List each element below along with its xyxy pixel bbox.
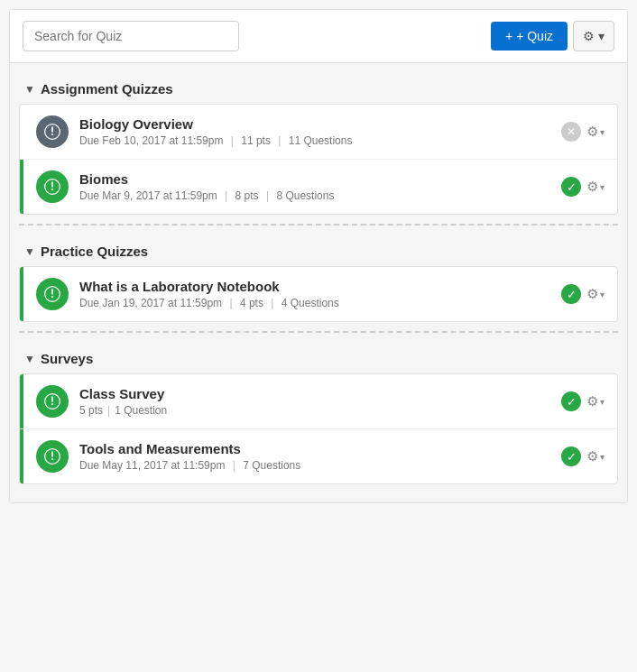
chevron-down-icon: ▾ [600, 397, 605, 407]
quiz-info-lab-notebook: What is a Laboratory NotebookDue Jan 19,… [79, 279, 561, 309]
quiz-list-assignment-quizzes: Biology OverviewDue Feb 10, 2017 at 11:5… [19, 104, 618, 215]
published-icon-tools-measurements[interactable]: ✓ [561, 446, 581, 466]
quiz-due: Due Mar 9, 2017 at 11:59pm [79, 189, 217, 202]
section-header-surveys[interactable]: ▼ Surveys [19, 342, 618, 373]
quiz-info-tools-measurements: Tools and MeasurementsDue May 11, 2017 a… [79, 441, 561, 472]
meta-sep: | [107, 404, 110, 417]
quiz-settings-class-survey[interactable]: ⚙▾ [586, 393, 605, 410]
quiz-questions: 8 Questions [276, 189, 334, 202]
section-practice-quizzes: ▼ Practice Quizzes What is a Laboratory … [19, 235, 618, 322]
quiz-due: Due Jan 19, 2017 at 11:59pm [79, 297, 222, 309]
quiz-actions-lab-notebook: ✓⚙▾ [561, 284, 605, 304]
quiz-questions: 7 Questions [243, 459, 300, 472]
quiz-settings-tools-measurements[interactable]: ⚙▾ [586, 448, 605, 465]
gear-icon: ⚙ [586, 448, 598, 465]
quiz-title-biology-overview[interactable]: Biology Overview [79, 116, 561, 132]
chevron-down-icon: ▾ [598, 29, 605, 43]
plus-icon: + [505, 29, 512, 43]
search-input[interactable] [23, 21, 239, 51]
svg-point-5 [51, 189, 53, 190]
quiz-pts: 5 pts [79, 404, 103, 417]
gear-icon: ⚙ [586, 393, 598, 410]
section-title: Assignment Quizzes [41, 81, 173, 97]
section-title: Practice Quizzes [41, 244, 148, 259]
quiz-settings-biomes[interactable]: ⚙▾ [586, 179, 605, 195]
section-collapse-icon: ▼ [24, 245, 35, 258]
published-icon-biomes[interactable]: ✓ [561, 177, 581, 197]
section-header-assignment-quizzes[interactable]: ▼ Assignment Quizzes [19, 72, 618, 104]
quiz-settings-lab-notebook[interactable]: ⚙▾ [586, 286, 605, 302]
quiz-due: Due May 11, 2017 at 11:59pm [79, 459, 225, 472]
unpublished-icon-biology-overview[interactable]: ✕ [561, 122, 581, 142]
quiz-list-surveys: Class Survey5 pts|1 Question✓⚙▾ Tools an… [19, 373, 618, 484]
section-assignment-quizzes: ▼ Assignment Quizzes Biology OverviewDue… [19, 72, 618, 215]
quiz-list-practice-quizzes: What is a Laboratory NotebookDue Jan 19,… [19, 266, 618, 322]
svg-point-14 [51, 458, 53, 460]
quiz-questions: 4 Questions [282, 297, 339, 309]
gear-icon: ⚙ [586, 124, 598, 140]
quiz-questions: 11 Questions [289, 134, 353, 147]
meta-sep: | [268, 297, 277, 309]
section-collapse-icon: ▼ [24, 353, 35, 365]
section-divider [19, 331, 618, 333]
quiz-icon-lab-notebook [36, 278, 69, 310]
quiz-info-biomes: BiomesDue Mar 9, 2017 at 11:59pm | 8 pts… [79, 171, 561, 202]
quiz-title-biomes[interactable]: Biomes [79, 171, 561, 187]
section-surveys: ▼ Surveys Class Survey5 pts|1 Question✓⚙… [19, 342, 618, 484]
settings-button[interactable]: ⚙ ▾ [573, 21, 614, 51]
section-collapse-icon: ▼ [24, 83, 35, 96]
toolbar: + + Quiz ⚙ ▾ [10, 10, 627, 63]
add-quiz-button[interactable]: + + Quiz [491, 22, 568, 51]
quiz-meta-biology-overview: Due Feb 10, 2017 at 11:59pm | 11 pts | 1… [79, 134, 561, 147]
gear-icon: ⚙ [586, 179, 598, 195]
published-icon-lab-notebook[interactable]: ✓ [561, 284, 581, 304]
toolbar-right: + + Quiz ⚙ ▾ [491, 21, 614, 51]
svg-point-8 [51, 296, 53, 298]
quiz-icon-tools-measurements [36, 440, 69, 473]
quiz-icon-class-survey [36, 385, 69, 418]
meta-sep: | [222, 189, 231, 202]
quiz-pts: 4 pts [240, 297, 263, 309]
quiz-info-class-survey: Class Survey5 pts|1 Question [79, 386, 561, 417]
svg-point-11 [51, 403, 53, 405]
quiz-title-tools-measurements[interactable]: Tools and Measurements [79, 441, 561, 456]
chevron-down-icon: ▾ [600, 127, 605, 137]
meta-sep: | [229, 459, 238, 472]
main-container: + + Quiz ⚙ ▾ ▼ Assignment Quizzes Biolog… [9, 9, 628, 503]
quiz-icon-biology-overview [36, 115, 69, 148]
content: ▼ Assignment Quizzes Biology OverviewDue… [10, 63, 627, 502]
chevron-down-icon: ▾ [600, 452, 605, 462]
gear-icon: ⚙ [583, 29, 595, 43]
meta-sep: | [227, 134, 236, 147]
section-header-practice-quizzes[interactable]: ▼ Practice Quizzes [19, 235, 618, 266]
quiz-title-lab-notebook[interactable]: What is a Laboratory Notebook [79, 279, 561, 294]
quiz-meta-lab-notebook: Due Jan 19, 2017 at 11:59pm | 4 pts | 4 … [79, 297, 561, 309]
chevron-down-icon: ▾ [600, 182, 605, 192]
published-icon-class-survey[interactable]: ✓ [561, 391, 581, 411]
svg-point-2 [51, 133, 53, 135]
quiz-meta-biomes: Due Mar 9, 2017 at 11:59pm | 8 pts | 8 Q… [79, 189, 561, 202]
quiz-actions-class-survey: ✓⚙▾ [561, 391, 605, 411]
quiz-actions-biomes: ✓⚙▾ [561, 177, 605, 197]
quiz-pts: 11 pts [241, 134, 271, 147]
meta-sep: | [263, 189, 272, 202]
add-quiz-label: + Quiz [516, 29, 553, 43]
quiz-item-tools-measurements: Tools and MeasurementsDue May 11, 2017 a… [20, 429, 617, 483]
quiz-actions-tools-measurements: ✓⚙▾ [561, 446, 605, 466]
meta-sep: | [275, 134, 284, 147]
section-title: Surveys [41, 351, 93, 366]
chevron-down-icon: ▾ [600, 290, 605, 299]
quiz-questions: 1 Question [115, 404, 167, 417]
quiz-due: Due Feb 10, 2017 at 11:59pm [79, 134, 223, 147]
quiz-settings-biology-overview[interactable]: ⚙▾ [586, 124, 605, 140]
quiz-item-lab-notebook: What is a Laboratory NotebookDue Jan 19,… [20, 267, 617, 321]
gear-icon: ⚙ [586, 286, 598, 302]
quiz-title-class-survey[interactable]: Class Survey [79, 386, 561, 401]
quiz-item-biomes: BiomesDue Mar 9, 2017 at 11:59pm | 8 pts… [20, 160, 617, 214]
quiz-icon-biomes [36, 170, 69, 203]
quiz-actions-biology-overview: ✕⚙▾ [561, 122, 605, 142]
quiz-info-biology-overview: Biology OverviewDue Feb 10, 2017 at 11:5… [79, 116, 561, 147]
quiz-item-biology-overview: Biology OverviewDue Feb 10, 2017 at 11:5… [20, 105, 617, 160]
quiz-meta-class-survey: 5 pts|1 Question [79, 404, 561, 417]
quiz-meta-tools-measurements: Due May 11, 2017 at 11:59pm | 7 Question… [79, 459, 561, 472]
